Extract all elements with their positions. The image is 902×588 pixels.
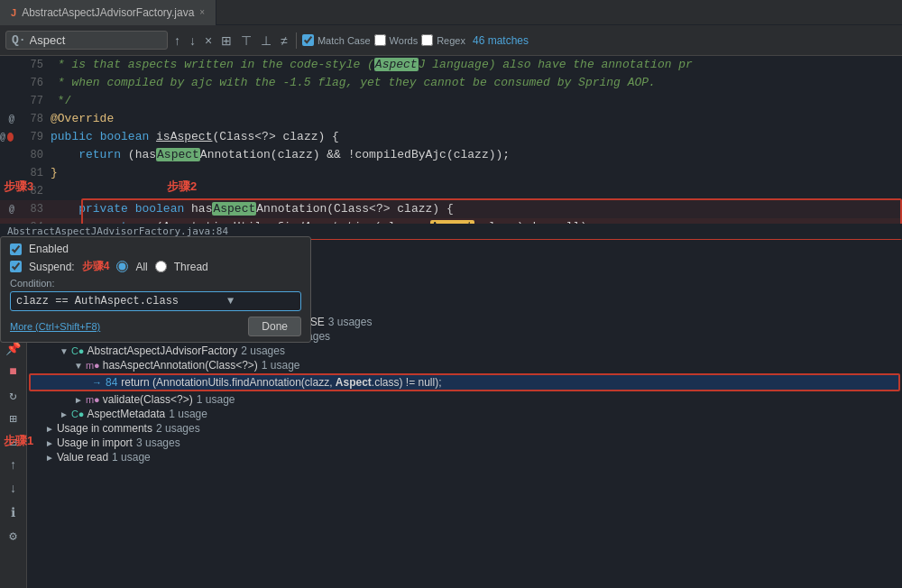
tree-arrow-class-meta: ► [60, 409, 69, 419]
suspend-checkbox[interactable] [10, 261, 22, 272]
line-content-78: @Override [51, 110, 114, 128]
tree-class-abstract-count: 2 usages [241, 345, 285, 357]
tree-arrow-method-validate: ► [74, 395, 83, 405]
sidebar-icon-down[interactable]: ↓ [4, 479, 23, 499]
tree-item-comments[interactable]: ► Usage in comments 2 usages [27, 421, 902, 436]
bp-bottom-row: More (Ctrl+Shift+F8) Done [10, 317, 301, 336]
separator [296, 32, 297, 49]
nav-next-button[interactable]: ↓ [187, 32, 198, 50]
line-number-78: 78 [16, 113, 51, 125]
line-number-80: 80 [16, 149, 51, 161]
code-line-83: @ 83 private boolean hasAspectAnnotation… [0, 200, 902, 218]
line-content-81: } [51, 164, 58, 182]
code-line-81: 81 } [0, 164, 902, 182]
all-radio[interactable] [116, 261, 128, 272]
code-line-78: @ 78 @Override [0, 110, 902, 128]
occurrence-filter-icon[interactable]: ≠ [278, 32, 290, 50]
step1-label: 步骤1 [4, 433, 33, 449]
tree-class-meta-count: 1 usage [169, 408, 207, 420]
line-number-77: 77 [16, 95, 51, 107]
regex-checkbox[interactable] [421, 34, 433, 46]
tree-value-count: 1 usage [112, 451, 151, 464]
breakpoint-dot-79 [7, 133, 14, 142]
match-case-option: Match Case [302, 34, 371, 46]
thread-radio[interactable] [155, 261, 167, 272]
tree-arrow-import: ► [45, 438, 54, 448]
tree-value-text: Value read [57, 451, 108, 464]
tree-method-validate-count: 1 usage [197, 393, 235, 406]
tree-item-line84[interactable]: → 84 return (AnnotationUtils.findAnnotat… [31, 375, 898, 390]
file-tab[interactable]: J AbstractAspectJAdvisorFactory.java × [0, 0, 216, 25]
search-bar: Q· ↑ ↓ × ⊞ ⊤ ⊥ ≠ Match Case Words Regex … [0, 25, 902, 56]
gutter-at-83: @ [9, 205, 14, 215]
enabled-checkbox[interactable] [10, 243, 22, 255]
matches-count: 46 matches [473, 34, 529, 47]
tree-item-method-has[interactable]: ▼ m● hasAspectAnnotation(Class<?>) 1 usa… [27, 358, 902, 372]
enabled-row: Enabled [10, 243, 301, 255]
tree-item-method-validate[interactable]: ► m● validate(Class<?>) 1 usage [27, 392, 902, 407]
tab-filename: AbstractAspectJAdvisorFactory.java [22, 6, 194, 19]
line-content-79: public boolean isAspect(Class<?> clazz) … [51, 128, 339, 146]
tree-comments-count: 2 usages [156, 422, 200, 435]
tree-item-import[interactable]: ► Usage in import 3 usages [27, 436, 902, 450]
line-content-75: * is that aspects written in the code-st… [51, 56, 693, 74]
condition-input-wrapper: ▼ [10, 291, 301, 311]
search-input-wrapper: Q· [5, 31, 168, 50]
filter-icon[interactable]: ⊞ [218, 32, 235, 50]
condition-label: Condition: [10, 278, 301, 289]
sidebar-icon-expand[interactable]: ⊞ [4, 409, 23, 428]
words-checkbox[interactable] [374, 34, 386, 46]
tree-comments-text: Usage in comments [57, 422, 152, 435]
sidebar-icon-stop[interactable]: ■ [4, 362, 23, 381]
suspend-label: Suspend: [29, 261, 75, 273]
more-link[interactable]: More (Ctrl+Shift+F8) [10, 321, 100, 332]
code-line-75: 75 * is that aspects written in the code… [0, 56, 902, 74]
line-content-83: private boolean hasAspectAnnotation(Clas… [51, 200, 454, 218]
occurrence-next-icon[interactable]: ⊥ [258, 32, 274, 50]
line-number-76: 76 [16, 77, 51, 89]
annotation-gutter-78: @ [8, 114, 14, 124]
code-editor: 75 * is that aspects written in the code… [0, 56, 902, 243]
tree-method-has-text: hasAspectAnnotation(Class<?>) [103, 359, 258, 372]
class-icon-abstract: C● [71, 345, 85, 356]
sidebar-icon-refresh[interactable]: ↻ [4, 385, 23, 405]
clear-search-button[interactable]: × [202, 32, 215, 50]
tree-item-value-read[interactable]: ► Value read 1 usage [27, 450, 902, 464]
condition-input[interactable] [16, 295, 224, 308]
sidebar-icon-settings[interactable]: ⚙ [4, 526, 23, 546]
step2-label: 步骤2 [167, 179, 197, 195]
tab-bar: J AbstractAspectJAdvisorFactory.java × [0, 0, 902, 25]
match-case-label: Match Case [318, 35, 371, 46]
match-case-checkbox[interactable] [302, 34, 314, 46]
tree-arrow-comments: ► [45, 424, 54, 434]
words-option: Words [374, 34, 419, 46]
step4-label: 步骤4 [82, 259, 110, 274]
occurrence-prev-icon[interactable]: ⊤ [238, 32, 254, 50]
line-number-83: 83 [16, 203, 51, 216]
tree-maven-count: 3 usages [328, 316, 373, 328]
code-line-77: 77 */ [0, 92, 902, 110]
tree-line-num-84: 84 [106, 376, 117, 389]
tree-item-class-abstract[interactable]: ▼ C● AbstractAspectJAdvisorFactory 2 usa… [27, 344, 902, 358]
thread-label: Thread [174, 261, 208, 273]
nav-prev-button[interactable]: ↑ [171, 32, 183, 50]
method-icon-validate: m● [86, 394, 100, 405]
step3-label: 步骤3 [4, 179, 33, 195]
condition-dropdown-icon[interactable]: ▼ [227, 295, 234, 308]
tree-arrow-method-has: ▼ [74, 361, 83, 371]
close-tab-icon[interactable]: × [199, 7, 205, 17]
java-file-icon: J [11, 7, 16, 18]
tree-item-class-aspect-meta[interactable]: ► C● AspectMetadata 1 usage [27, 407, 902, 421]
suspend-row: Suspend: 步骤4 All Thread [10, 259, 301, 274]
line-number-75: 75 [16, 59, 51, 71]
done-button[interactable]: Done [248, 317, 301, 336]
code-line-76: 76 * when compiled by ajc with the -1.5 … [0, 74, 902, 92]
code-line-80: 80 return (hasAspectAnnotation(clazz) &&… [0, 146, 902, 164]
code-line-79: @ 79 public boolean isAspect(Class<?> cl… [0, 128, 902, 146]
search-input[interactable] [30, 33, 138, 47]
line-number-79: 79 [16, 131, 51, 143]
sidebar-icon-up[interactable]: ↑ [4, 455, 23, 475]
line-number-81: 81 [16, 167, 51, 179]
search-type-icon: Q· [12, 33, 26, 47]
sidebar-icon-info[interactable]: ℹ [4, 502, 23, 522]
